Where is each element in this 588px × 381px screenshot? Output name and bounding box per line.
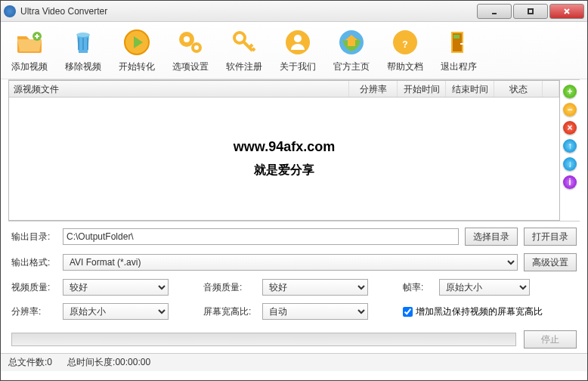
col-resolution[interactable]: 分辨率 [349, 81, 398, 97]
globe-home-icon [336, 27, 367, 57]
svg-point-5 [76, 33, 90, 37]
open-folder-button[interactable]: 打开目录 [524, 228, 577, 246]
exit-label: 退出程序 [441, 60, 477, 73]
exit-button[interactable]: 退出程序 [441, 27, 477, 73]
svg-point-8 [184, 36, 190, 42]
fps-label: 帧率: [403, 281, 433, 294]
svg-rect-19 [453, 35, 460, 39]
maximize-button[interactable] [513, 4, 548, 19]
svg-point-11 [234, 33, 245, 43]
side-down-button[interactable]: ↓ [563, 157, 577, 171]
side-delete-button[interactable]: × [563, 121, 577, 135]
aquality-select[interactable]: 较好 [262, 279, 368, 296]
register-button[interactable]: 软件注册 [226, 27, 262, 73]
padding-checkbox-label[interactable]: 增加黑边保持视频的屏幕宽高比 [403, 305, 543, 318]
col-end-time[interactable]: 结束时间 [446, 81, 494, 97]
res-label: 分辨率: [11, 305, 57, 318]
res-select[interactable]: 原始大小 [63, 303, 169, 320]
browse-button[interactable]: 选择目录 [465, 228, 518, 246]
outfmt-select[interactable]: AVI Format (*.avi) [63, 254, 518, 271]
minimize-button[interactable] [477, 4, 512, 19]
col-source[interactable]: 源视频文件 [9, 81, 349, 97]
user-icon [283, 27, 313, 57]
gear-icon [175, 27, 206, 57]
svg-rect-1 [528, 9, 533, 14]
add-video-button[interactable]: 添加视频 [11, 27, 48, 73]
help-label: 帮助文档 [387, 60, 423, 73]
status-duration: 总时间长度:00:00:00 [67, 356, 150, 369]
watermark-url: www.94afx.com [234, 139, 335, 155]
advanced-button[interactable]: 高级设置 [524, 253, 577, 271]
exit-door-icon [444, 27, 474, 57]
app-icon [4, 5, 16, 17]
remove-video-button[interactable]: 移除视频 [65, 27, 101, 73]
trash-icon [68, 27, 98, 57]
video-table[interactable]: 源视频文件 分辨率 开始时间 结束时间 状态 www.94afx.com 就是爱… [8, 80, 560, 221]
outdir-input[interactable] [63, 228, 459, 245]
about-button[interactable]: 关于我们 [280, 27, 316, 73]
aspect-select[interactable]: 自动 [262, 303, 368, 320]
outdir-label: 输出目录: [11, 231, 57, 243]
side-remove-button[interactable]: − [563, 103, 577, 116]
key-icon [229, 27, 259, 57]
close-button[interactable] [549, 4, 584, 19]
watermark-text: 就是爱分享 [254, 163, 314, 178]
col-start-time[interactable]: 开始时间 [398, 81, 446, 97]
progress-bar [11, 333, 516, 346]
homepage-button[interactable]: 官方主页 [333, 27, 370, 73]
register-label: 软件注册 [226, 60, 262, 73]
padding-text: 增加黑边保持视频的屏幕宽高比 [416, 305, 543, 318]
add-video-label: 添加视频 [11, 60, 48, 73]
options-label: 选项设置 [172, 60, 209, 73]
col-status[interactable]: 状态 [494, 81, 543, 97]
remove-video-label: 移除视频 [65, 60, 101, 73]
col-spacer [543, 81, 559, 97]
folder-add-icon [14, 27, 45, 57]
about-label: 关于我们 [280, 60, 316, 73]
aquality-label: 音频质量: [203, 281, 256, 294]
play-icon [122, 27, 152, 57]
aspect-label: 屏幕宽高比: [203, 305, 256, 318]
table-body[interactable]: www.94afx.com 就是爱分享 [9, 98, 559, 220]
outfmt-label: 输出格式: [11, 256, 57, 269]
help-icon: ? [390, 27, 420, 57]
side-up-button[interactable]: ↑ [563, 139, 577, 153]
padding-checkbox[interactable] [403, 307, 413, 317]
options-button[interactable]: 选项设置 [172, 27, 209, 73]
status-filecount: 总文件数:0 [8, 356, 52, 369]
side-add-button[interactable]: + [563, 85, 577, 98]
side-info-button[interactable]: i [563, 175, 577, 189]
window-title: Ultra Video Converter [20, 6, 475, 17]
start-convert-label: 开始转化 [119, 60, 155, 73]
stop-button[interactable]: 停止 [524, 330, 577, 348]
vquality-label: 视频质量: [11, 281, 57, 294]
help-button[interactable]: ? 帮助文档 [387, 27, 423, 73]
svg-point-13 [294, 35, 302, 42]
start-convert-button[interactable]: 开始转化 [119, 27, 155, 73]
svg-point-10 [194, 45, 199, 50]
homepage-label: 官方主页 [333, 60, 370, 73]
vquality-select[interactable]: 较好 [63, 279, 169, 296]
fps-select[interactable]: 原始大小 [439, 279, 530, 296]
svg-text:?: ? [402, 39, 407, 50]
